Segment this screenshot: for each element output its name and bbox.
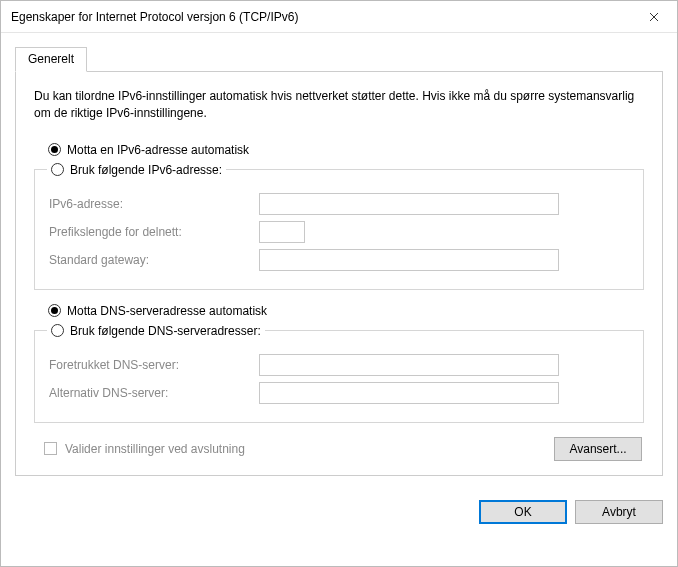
ok-button[interactable]: OK (479, 500, 567, 524)
checkbox-icon (44, 442, 57, 455)
window-title: Egenskaper for Internet Protocol versjon… (11, 10, 298, 24)
description-text: Du kan tilordne IPv6-innstillinger autom… (34, 88, 644, 123)
dialog-footer: OK Avbryt (1, 488, 677, 536)
dns-preferred-label: Foretrukket DNS-server: (49, 358, 259, 372)
radio-dns-manual[interactable]: Bruk følgende DNS-serveradresser: (47, 324, 265, 338)
ip-prefix-label: Prefikslengde for delnett: (49, 225, 259, 239)
radio-icon (48, 143, 61, 156)
radio-ip-manual-label: Bruk følgende IPv6-adresse: (70, 163, 222, 177)
group-dns-manual: Bruk følgende DNS-serveradresser: Foretr… (34, 324, 644, 423)
radio-ip-auto-label: Motta en IPv6-adresse automatisk (67, 143, 249, 157)
close-button[interactable] (631, 1, 677, 33)
radio-icon (51, 324, 64, 337)
radio-ip-auto[interactable]: Motta en IPv6-adresse automatisk (48, 143, 644, 157)
group-ip-manual: Bruk følgende IPv6-adresse: IPv6-adresse… (34, 163, 644, 290)
ip-gateway-input[interactable] (259, 249, 559, 271)
radio-dns-auto-label: Motta DNS-serveradresse automatisk (67, 304, 267, 318)
ip-address-input[interactable] (259, 193, 559, 215)
tab-panel-general: Du kan tilordne IPv6-innstillinger autom… (15, 71, 663, 476)
ip-address-label: IPv6-adresse: (49, 197, 259, 211)
radio-dns-auto[interactable]: Motta DNS-serveradresse automatisk (48, 304, 644, 318)
dns-alternate-label: Alternativ DNS-server: (49, 386, 259, 400)
advanced-button[interactable]: Avansert... (554, 437, 642, 461)
close-icon (649, 12, 659, 22)
cancel-button[interactable]: Avbryt (575, 500, 663, 524)
validate-checkbox-label: Valider innstillinger ved avslutning (65, 442, 245, 456)
radio-icon (48, 304, 61, 317)
tab-general[interactable]: Generelt (15, 47, 87, 72)
ip-prefix-input[interactable] (259, 221, 305, 243)
dns-preferred-input[interactable] (259, 354, 559, 376)
radio-icon (51, 163, 64, 176)
ip-gateway-label: Standard gateway: (49, 253, 259, 267)
radio-ip-manual[interactable]: Bruk følgende IPv6-adresse: (47, 163, 226, 177)
dns-alternate-input[interactable] (259, 382, 559, 404)
validate-checkbox[interactable]: Valider innstillinger ved avslutning (44, 442, 245, 456)
titlebar: Egenskaper for Internet Protocol versjon… (1, 1, 677, 33)
tab-header: Generelt (15, 47, 663, 71)
radio-dns-manual-label: Bruk følgende DNS-serveradresser: (70, 324, 261, 338)
